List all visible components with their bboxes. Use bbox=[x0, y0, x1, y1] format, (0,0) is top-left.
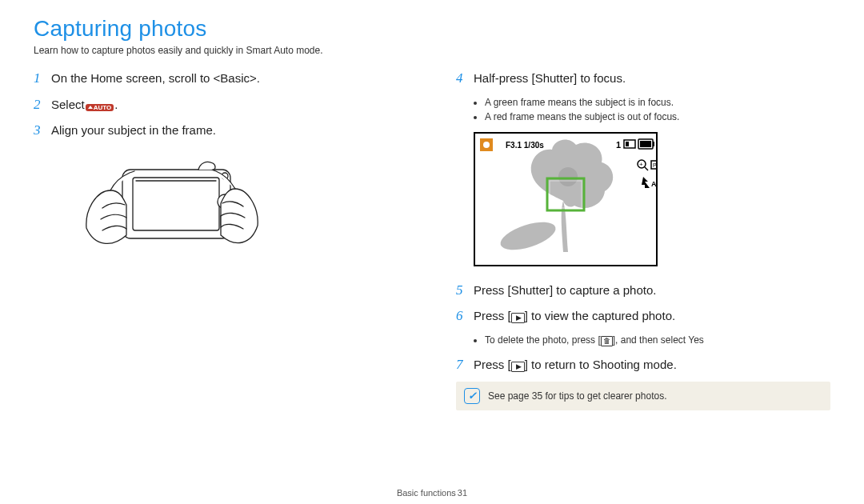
step-3: 3 Align your subject in the frame. bbox=[34, 121, 408, 141]
step-text: On the Home screen, scroll to <Basic>. bbox=[51, 69, 260, 89]
step-text: Press [Shutter] to capture a photo. bbox=[474, 281, 656, 301]
camera-lcd-illustration: F3.1 1/30s 1 + P A bbox=[474, 132, 830, 270]
left-column: 1 On the Home screen, scroll to <Basic>.… bbox=[34, 69, 408, 410]
step-number: 5 bbox=[456, 281, 467, 301]
svg-point-8 bbox=[558, 167, 578, 186]
note-text: See page 35 for tips to get clearer phot… bbox=[488, 390, 666, 402]
step-number: 7 bbox=[456, 355, 467, 375]
right-column: 4 Half-press [Shutter] to focus. A green… bbox=[456, 69, 830, 410]
step-4-bullets: A green frame means the subject is in fo… bbox=[474, 95, 830, 124]
playback-icon: ▶ bbox=[511, 362, 525, 372]
svg-point-12 bbox=[483, 142, 490, 148]
note-info-icon: ✓ bbox=[464, 388, 480, 404]
step-6: 6 Press [▶] to view the captured photo. bbox=[456, 306, 830, 326]
text-fragment: Press [ bbox=[474, 309, 511, 322]
step-number: 4 bbox=[456, 69, 467, 89]
step-text: Align your subject in the frame. bbox=[51, 121, 216, 141]
auto-mode-icon: AUTO bbox=[86, 104, 114, 111]
svg-text:+: + bbox=[639, 161, 643, 168]
hands-holding-camera-illustration bbox=[78, 152, 408, 267]
svg-text:P: P bbox=[653, 162, 657, 168]
footer-section: Basic functions bbox=[397, 488, 456, 498]
svg-text:A: A bbox=[651, 180, 657, 188]
svg-rect-14 bbox=[626, 142, 629, 146]
step-text: Press [▶] to view the captured photo. bbox=[474, 306, 675, 326]
step-4: 4 Half-press [Shutter] to focus. bbox=[456, 69, 830, 89]
step-number: 2 bbox=[34, 95, 45, 115]
step-text: Press [▶] to return to Shooting mode. bbox=[474, 355, 677, 375]
text-fragment: ] to view the captured photo. bbox=[525, 309, 675, 322]
step-6-bullets: To delete the photo, press [🗑], and then… bbox=[474, 333, 830, 347]
text-fragment: ], and then select Yes bbox=[613, 334, 704, 346]
bullet-item: To delete the photo, press [🗑], and then… bbox=[485, 333, 830, 347]
text-fragment: Select bbox=[51, 98, 85, 111]
bullet-item: A green frame means the subject is in fo… bbox=[485, 95, 830, 110]
lcd-count-text: 1 bbox=[616, 140, 621, 150]
page-footer: Basic functions31 bbox=[0, 488, 864, 498]
step-number: 1 bbox=[34, 69, 45, 89]
step-2: 2 SelectAUTO. bbox=[34, 95, 408, 115]
playback-icon: ▶ bbox=[511, 313, 525, 323]
lcd-exposure-text: F3.1 1/30s bbox=[506, 141, 544, 150]
step-number: 6 bbox=[456, 306, 467, 326]
svg-rect-17 bbox=[653, 142, 654, 146]
tip-note: ✓ See page 35 for tips to get clearer ph… bbox=[456, 382, 830, 410]
text-fragment: ] to return to Shooting mode. bbox=[525, 358, 677, 371]
trash-icon: 🗑 bbox=[601, 336, 613, 346]
text-fragment: Press [ bbox=[474, 358, 511, 371]
step-7: 7 Press [▶] to return to Shooting mode. bbox=[456, 355, 830, 375]
svg-rect-16 bbox=[640, 141, 651, 147]
svg-rect-1 bbox=[133, 178, 219, 230]
step-1: 1 On the Home screen, scroll to <Basic>. bbox=[34, 69, 408, 89]
page-title: Capturing photos bbox=[34, 16, 830, 42]
bullet-item: A red frame means the subject is out of … bbox=[485, 110, 830, 124]
text-fragment: To delete the photo, press [ bbox=[485, 334, 601, 346]
step-text: Half-press [Shutter] to focus. bbox=[474, 69, 626, 89]
footer-page-number: 31 bbox=[458, 488, 467, 498]
step-5: 5 Press [Shutter] to capture a photo. bbox=[456, 281, 830, 301]
page-subtitle: Learn how to capture photos easily and q… bbox=[34, 45, 830, 56]
text-fragment: . bbox=[114, 98, 118, 111]
step-text: SelectAUTO. bbox=[51, 95, 118, 115]
step-number: 3 bbox=[34, 121, 45, 141]
